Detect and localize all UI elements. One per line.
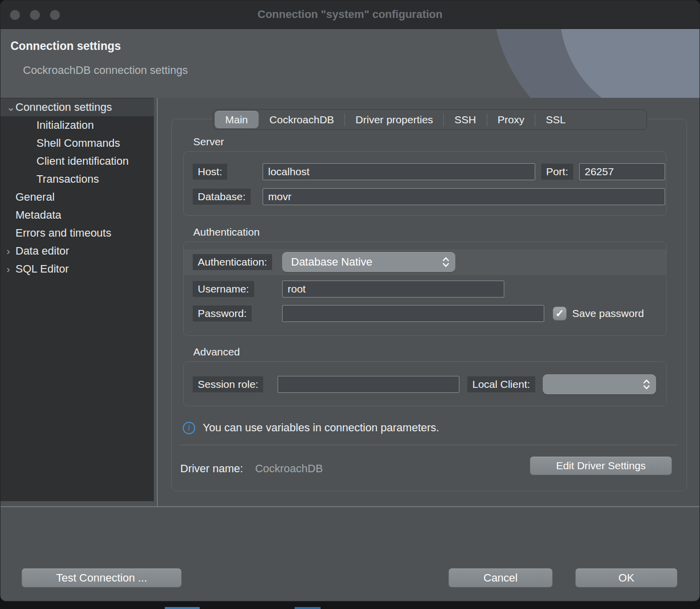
window-title: Connection "system" configuration bbox=[258, 8, 442, 21]
background-window-sliver bbox=[165, 607, 200, 609]
sidebar-item-client-identification[interactable]: Client identification bbox=[0, 152, 154, 170]
advanced-group: Session role: Local Client: bbox=[183, 361, 667, 406]
check-icon: ✓ bbox=[555, 307, 564, 319]
titlebar[interactable]: Connection "system" configuration bbox=[0, 0, 700, 29]
page-subtitle: CockroachDB connection settings bbox=[23, 64, 188, 77]
host-label: Host: bbox=[193, 164, 227, 180]
port-label: Port: bbox=[541, 164, 573, 180]
sidebar-item-label: Shell Commands bbox=[36, 137, 120, 150]
edit-driver-settings-button[interactable]: Edit Driver Settings bbox=[530, 456, 672, 475]
content-divider bbox=[180, 445, 677, 445]
sidebar-item-label: Errors and timeouts bbox=[15, 227, 111, 240]
authentication-dropdown[interactable]: Database Native bbox=[282, 252, 455, 272]
sidebar-item-errors-and-timeouts[interactable]: Errors and timeouts bbox=[0, 224, 154, 242]
username-label: Username: bbox=[193, 281, 254, 297]
test-connection-button[interactable]: Test Connection ... bbox=[21, 568, 182, 588]
database-label: Database: bbox=[193, 189, 251, 205]
info-text: You can use variables in connection para… bbox=[203, 421, 439, 434]
authentication-dropdown-value: Database Native bbox=[291, 256, 372, 269]
sidebar-item-label: Data editor bbox=[15, 245, 69, 258]
sidebar-item-transactions[interactable]: Transactions bbox=[0, 170, 154, 188]
sidebar-item-label: Client identification bbox=[36, 155, 129, 168]
tab-ssl[interactable]: SSL bbox=[535, 113, 576, 126]
tab-proxy[interactable]: Proxy bbox=[487, 113, 535, 126]
host-input[interactable] bbox=[263, 163, 535, 180]
tab-bar: Main CockroachDB Driver properties SSH P… bbox=[213, 109, 647, 130]
info-row: i You can use variables in connection pa… bbox=[183, 421, 439, 434]
main-tab-content: Server Host: Port: Database: Authenticat… bbox=[171, 119, 687, 491]
sidebar-item-data-editor[interactable]: › Data editor bbox=[0, 242, 154, 260]
authentication-section-label: Authentication bbox=[193, 226, 260, 238]
sidebar-item-metadata[interactable]: Metadata bbox=[0, 206, 154, 224]
sidebar-item-general[interactable]: General bbox=[0, 188, 154, 206]
authentication-group: Authentication: Database Native Username… bbox=[183, 242, 667, 336]
chevron-down-icon: ⌄ bbox=[0, 101, 15, 113]
port-input[interactable] bbox=[579, 163, 665, 180]
sidebar-item-sql-editor[interactable]: › SQL Editor bbox=[0, 260, 154, 278]
server-section-label: Server bbox=[193, 136, 224, 148]
sidebar-item-label: General bbox=[15, 191, 54, 204]
header-banner: Connection settings CockroachDB connecti… bbox=[0, 29, 700, 98]
sidebar-item-shell-commands[interactable]: Shell Commands bbox=[0, 134, 154, 152]
sidebar-item-initialization[interactable]: Initialization bbox=[0, 116, 154, 134]
driver-name-value: CockroachDB bbox=[255, 462, 323, 475]
local-client-dropdown[interactable] bbox=[543, 374, 656, 394]
save-password-checkbox[interactable]: ✓ bbox=[553, 306, 567, 320]
updown-chevrons-icon bbox=[442, 256, 450, 268]
chevron-right-icon: › bbox=[0, 263, 15, 275]
updown-chevrons-icon bbox=[643, 378, 651, 390]
authentication-label: Authentication: bbox=[193, 254, 272, 270]
session-role-input[interactable] bbox=[278, 376, 459, 393]
main-panel: Main CockroachDB Driver properties SSH P… bbox=[157, 98, 700, 506]
minimize-window-button[interactable] bbox=[30, 10, 40, 20]
save-password-label: Save password bbox=[572, 307, 644, 319]
close-window-button[interactable] bbox=[10, 10, 20, 20]
server-group: Host: Port: Database: bbox=[183, 151, 667, 216]
tab-cockroachdb[interactable]: CockroachDB bbox=[259, 113, 345, 126]
page-title: Connection settings bbox=[10, 39, 121, 53]
database-input[interactable] bbox=[263, 188, 665, 205]
info-glyph: i bbox=[188, 423, 190, 432]
session-role-label: Session role: bbox=[193, 376, 263, 392]
sidebar-item-label: Connection settings bbox=[15, 101, 112, 114]
ok-button[interactable]: OK bbox=[575, 568, 678, 588]
tab-ssh[interactable]: SSH bbox=[443, 113, 486, 126]
footer-divider bbox=[0, 506, 700, 507]
sidebar-item-label: SQL Editor bbox=[15, 263, 69, 276]
driver-row: Driver name: CockroachDB bbox=[180, 462, 323, 475]
settings-tree: ⌄ Connection settings Initialization She… bbox=[0, 98, 154, 501]
username-input[interactable] bbox=[282, 281, 504, 298]
zoom-window-button[interactable] bbox=[50, 10, 60, 20]
advanced-section-label: Advanced bbox=[193, 346, 240, 358]
background-window-sliver bbox=[295, 607, 321, 609]
sidebar-item-connection-settings[interactable]: ⌄ Connection settings bbox=[0, 98, 154, 116]
chevron-right-icon: › bbox=[0, 245, 15, 257]
tab-main[interactable]: Main bbox=[215, 111, 259, 128]
connection-configuration-dialog: Connection "system" configuration Connec… bbox=[0, 0, 700, 602]
password-label: Password: bbox=[193, 305, 252, 321]
cancel-button[interactable]: Cancel bbox=[448, 568, 553, 588]
tab-driver-properties[interactable]: Driver properties bbox=[345, 113, 443, 126]
sidebar-item-label: Metadata bbox=[15, 209, 61, 222]
traffic-lights bbox=[10, 10, 60, 20]
sidebar-item-label: Transactions bbox=[36, 173, 99, 186]
driver-name-label: Driver name: bbox=[180, 462, 243, 475]
sidebar-item-label: Initialization bbox=[36, 119, 94, 132]
info-icon: i bbox=[183, 422, 195, 434]
password-input[interactable] bbox=[282, 305, 544, 322]
local-client-label: Local Client: bbox=[467, 376, 535, 392]
